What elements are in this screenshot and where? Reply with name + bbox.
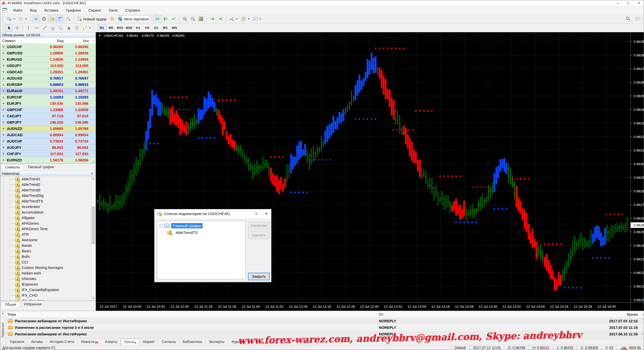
vline-button[interactable] xyxy=(24,24,32,31)
column-symbol[interactable]: Символ xyxy=(0,39,39,43)
one-click-collapse-icon[interactable]: ▼ xyxy=(98,34,101,37)
navigator-item-atr[interactable]: fATR xyxy=(1,232,95,237)
market-watch-row-audchf[interactable]: ▼AUDCHF0.736330.73733 xyxy=(0,138,96,145)
timeframe-m15-button[interactable]: M15 xyxy=(115,25,125,31)
metaeditor-button[interactable] xyxy=(108,15,116,22)
autotrading-button[interactable]: Авто-торговля xyxy=(116,15,150,22)
terminal-tab-5[interactable]: Почта4 xyxy=(121,339,140,345)
market-watch-row-gbpjpy[interactable]: ▼GBPJPY146.226146.296 xyxy=(0,119,96,126)
scroll-up-icon[interactable]: ▲ xyxy=(91,40,96,42)
market-watch-row-usdjpy[interactable]: ▼USDJPY113.525113.555 xyxy=(0,63,96,69)
tree-item-label[interactable]: AbleTrendTS xyxy=(176,230,198,235)
market-watch-row-chfjpy[interactable]: ▼CHFJPY117.833117.933 xyxy=(0,151,96,157)
terminal-tab-4[interactable]: Алерты xyxy=(102,339,121,345)
timeframe-mn-button[interactable]: MN xyxy=(170,25,179,31)
arrows-button[interactable]: ▼ xyxy=(81,24,93,31)
market-watch-row-eurchf[interactable]: ▲EURCHF1.102631.10293 xyxy=(0,94,96,100)
navigator-item-cci[interactable]: fCCI xyxy=(1,259,95,265)
column-subject[interactable]: Тема xyxy=(5,312,377,317)
indicator-tree-list[interactable]: − Главный график f AbleTrendTS xyxy=(157,221,246,279)
strategy-tester-button[interactable] xyxy=(64,15,72,22)
navigator-item-apazones[interactable]: fAPAZones xyxy=(1,221,95,226)
periods-button[interactable]: ▼ xyxy=(239,15,251,22)
timeframe-m30-button[interactable]: M30 xyxy=(125,25,134,31)
templates-button[interactable]: ▼ xyxy=(251,15,263,22)
menu-item-0[interactable]: Файл xyxy=(9,7,26,14)
maximize-button[interactable]: ▢ xyxy=(623,0,634,6)
hline-button[interactable] xyxy=(32,24,41,31)
navigator-item-abletrendsig[interactable]: fAbleTrendSig xyxy=(1,193,95,198)
terminal-tab-3[interactable]: Новости99 xyxy=(78,339,102,345)
fibonacci-button[interactable]: F xyxy=(57,24,65,31)
timeframe-h4-button[interactable]: H4 xyxy=(143,25,152,31)
navigator-item-ifx-camarillaequation[interactable]: fIFX_CamarillaEquation xyxy=(1,287,95,293)
market-watch-row-eurgbp[interactable]: ▲EURGBP0.889030.88933 xyxy=(0,82,96,88)
timeframe-h1-button[interactable]: H1 xyxy=(134,25,143,31)
line-chart-button[interactable] xyxy=(170,15,178,22)
market-watch-row-audjpy[interactable]: ▼AUDJPY86.84286.942 xyxy=(0,145,96,151)
market-watch-row-usdcad[interactable]: ▼USDCAD1.293511.29381 xyxy=(0,69,96,75)
column-bid[interactable]: Бид xyxy=(39,38,66,44)
timeframe-m1-button[interactable]: M1 xyxy=(97,25,106,31)
mail-row-0[interactable]: Расписание вебинаров от ИнстаФорексNOREP… xyxy=(5,318,644,324)
menu-item-2[interactable]: Вставка xyxy=(41,7,62,14)
close-dialog-button[interactable]: Закрыть xyxy=(248,273,270,280)
status-profile[interactable]: Default xyxy=(451,345,469,350)
navigator-button[interactable] xyxy=(48,15,56,22)
market-watch-row-eurjpy[interactable]: ▼EURJPY130.036130.066 xyxy=(0,100,96,107)
zoom-out-button[interactable] xyxy=(189,15,197,22)
bars-chart-button[interactable] xyxy=(153,15,162,22)
column-time[interactable]: Время xyxy=(578,312,640,317)
menu-item-3[interactable]: Графики xyxy=(62,7,85,14)
terminal-tab-1[interactable]: Активы xyxy=(28,339,46,345)
navigator-tab-1[interactable]: Избранное xyxy=(20,301,46,307)
terminal-tab-8[interactable]: Библиотека xyxy=(180,339,206,345)
market-watch-row-cadjpy[interactable]: ▼CADJPY87.71887.818 xyxy=(0,113,96,119)
search-button[interactable] xyxy=(624,15,632,22)
scrollbar-down-icon[interactable]: ▼ xyxy=(91,296,95,300)
navigator-item-heiken-ashi[interactable]: fHeiken Ashi xyxy=(1,270,95,276)
navigator-item-iexposure[interactable]: fiExposure xyxy=(1,282,95,287)
data-window-button[interactable] xyxy=(40,15,48,22)
navigator-item-awesome[interactable]: fAwesome xyxy=(1,237,95,243)
market-watch-row-euraud[interactable]: ▼EURAUD1.497011.49771 xyxy=(0,88,96,94)
timeframe-d1-button[interactable]: D1 xyxy=(152,25,161,31)
toolbar-grip[interactable] xyxy=(2,16,4,22)
collapse-icon[interactable]: − xyxy=(159,224,163,227)
navigator-item-bands[interactable]: fBands xyxy=(1,243,95,248)
navigator-item-ifx-cho[interactable]: fIFX_CHO xyxy=(1,293,95,298)
timeframe-m5-button[interactable]: M5 xyxy=(106,25,115,31)
navigator-item-abletrendts[interactable]: fAbleTrendTS xyxy=(1,198,95,204)
zoom-in-button[interactable] xyxy=(181,15,189,22)
navigator-item-accumulation[interactable]: fAccumulation xyxy=(1,209,95,215)
new-chart-button[interactable]: ▼ xyxy=(5,15,17,22)
market-watch-row-gbpchf[interactable]: ▼GBPCHF1.239881.24058 xyxy=(0,107,96,113)
cursor-button[interactable] xyxy=(5,24,13,31)
market-watch-tab-1[interactable]: Тиковый график xyxy=(24,164,58,170)
navigator-scrollbar[interactable]: ▲ ▼ xyxy=(91,176,95,300)
market-watch-row-usdchf[interactable]: ▼USDCHF0.962600.96290 xyxy=(0,44,96,50)
terminal-close-icon[interactable]: x xyxy=(1,311,5,315)
terminal-tab-2[interactable]: История Счета xyxy=(47,339,78,345)
crosshair-button[interactable] xyxy=(13,24,21,31)
menu-item-4[interactable]: Сервис xyxy=(85,7,105,14)
navigator-item-ichimoku[interactable]: fIchimoku xyxy=(1,276,95,282)
market-watch-row-audusd[interactable]: ▲AUDUSD0.765170.76547 xyxy=(0,75,96,82)
scrollbar-up-icon[interactable]: ▲ xyxy=(91,176,95,181)
column-from[interactable]: От xyxy=(377,312,578,317)
tree-item-label[interactable]: Главный график xyxy=(171,223,203,228)
tree-item-main-chart[interactable]: − Главный график xyxy=(159,223,203,228)
market-watch-row-audcad[interactable]: ▼AUDCAD0.989540.99054 xyxy=(0,132,96,138)
terminal-tab-6[interactable]: Маркет xyxy=(140,339,158,345)
terminal-button[interactable] xyxy=(56,15,64,22)
terminal-tab-7[interactable]: Сигналы xyxy=(158,339,180,345)
navigator-item-abletrend3[interactable]: fAbleTrend3 xyxy=(1,187,95,193)
navigator-item-bulls[interactable]: fBulls xyxy=(1,254,95,259)
menu-item-1[interactable]: Вид xyxy=(26,7,41,14)
timeframe-w1-button[interactable]: W1 xyxy=(161,25,170,31)
candles-chart-button[interactable] xyxy=(162,15,170,22)
tree-item-abletrendts[interactable]: f AbleTrendTS xyxy=(167,230,198,235)
new-order-button[interactable]: Новый ордер xyxy=(75,15,108,22)
label-button[interactable]: T xyxy=(73,24,81,31)
scroll-up-icon[interactable]: ▲ xyxy=(640,313,644,316)
